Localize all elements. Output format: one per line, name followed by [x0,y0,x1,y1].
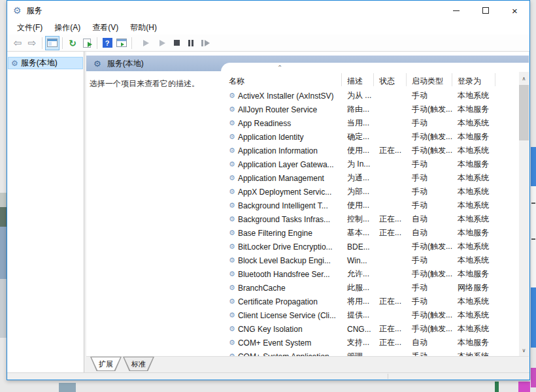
table-row[interactable]: ⚙Application Information 使用... 正在... 手动(… [221,144,519,157]
console-tree-pane: ⚙ 服务(本地) [7,52,84,372]
table-row[interactable]: ⚙COM+ System Application 管理... 手动 本地系统 [221,350,519,356]
export-list-button[interactable] [80,36,94,50]
table-row[interactable]: ⚙AppX Deployment Servic... 为部... 手动 本地系统 [221,185,519,199]
service-name: App Readiness [238,119,291,128]
window-title: 服务 [27,5,441,16]
service-name: Bluetooth Handsfree Ser... [238,270,330,279]
table-row[interactable]: ⚙BranchCache 此服... 手动 网络服务 [221,281,519,295]
forward-arrow-icon: ⇨ [28,38,37,48]
table-row[interactable]: ⚙Bluetooth Handsfree Ser... 允许... 手动(触发.… [221,267,519,281]
help-button[interactable]: ? [100,36,114,50]
service-logon-as: 本地服务 [452,269,495,280]
service-startup-type: 手动(触发... [407,145,452,156]
service-description: 提供... [342,310,374,321]
table-row[interactable]: ⚙Background Intelligent T... 使用... 手动 本地… [221,199,519,212]
column-header-logon-as[interactable]: 登录为 [452,63,495,89]
minimize-button[interactable] [441,1,471,20]
table-row[interactable]: ⚙Background Tasks Infras... 控制... 正在... … [221,212,519,226]
table-row[interactable]: ⚙ActiveX Installer (AxInstSV) 为从 ... 手动 … [221,89,519,103]
tree-item-services-local[interactable]: ⚙ 服务(本地) [8,57,83,69]
service-logon-as: 本地系统 [452,255,495,266]
services-gear-icon: ⚙ [93,59,101,68]
back-button[interactable]: ⇦ [10,36,25,50]
service-description: 为从 ... [342,90,374,101]
column-header-startup-type[interactable]: 启动类型 [407,63,452,89]
service-name: Application Layer Gatewa... [238,160,334,169]
menu-file[interactable]: 文件(F) [11,20,48,35]
table-row[interactable]: ⚙CNG Key Isolation CNG... 正在... 手动(触发...… [221,322,519,336]
menu-help[interactable]: 帮助(H) [124,20,163,35]
service-startup-type: 手动(触发... [407,131,452,142]
service-status: 正在... [374,145,407,156]
table-row[interactable]: ⚙COM+ Event System 支持... 正在... 自动 本地服务 [221,336,519,350]
service-gear-icon: ⚙ [229,229,235,237]
pause-service-button[interactable] [184,36,198,50]
table-row[interactable]: ⚙AllJoyn Router Service 路由... 手动(触发... 本… [221,103,519,116]
service-name: Client License Service (Cli... [238,311,336,320]
service-description: 当用... [342,118,374,129]
start-service-button[interactable] [139,36,153,50]
service-gear-icon: ⚙ [229,120,235,127]
forward-button[interactable]: ⇨ [25,36,39,50]
table-row[interactable]: ⚙BitLocker Drive Encryptio... BDE... 手动(… [221,240,519,253]
status-bar-divider [388,374,388,379]
column-header-status[interactable]: 状态 [374,63,407,89]
restart-service-button[interactable] [198,36,212,50]
scroll-up-icon[interactable]: ∧ [519,73,529,84]
service-name: Application Identity [238,133,304,142]
title-bar[interactable]: ⚙ 服务 × [7,1,529,20]
background-fragment [531,287,536,348]
scroll-down-icon[interactable]: ∨ [519,345,529,355]
table-row[interactable]: ⚙Application Identity 确定... 手动(触发... 本地服… [221,130,519,144]
service-gear-icon: ⚙ [229,161,235,168]
vertical-scrollbar[interactable]: ∧ ∨ [519,72,529,356]
maximize-button[interactable] [471,1,500,20]
service-startup-type: 手动(触发... [407,104,452,115]
desktop-background: ⚙ 服务 × 文件(F) 操作(A) 查看(V) 帮助(H) ⇦ ⇨ ↻ [0,0,536,392]
play-icon [159,40,165,46]
tab-extended[interactable]: 扩展 [90,357,122,371]
show-action-pane-button[interactable] [114,36,129,50]
service-name: AllJoyn Router Service [238,105,317,114]
service-description: CNG... [342,325,374,334]
table-row[interactable]: ⚙Block Level Backup Engi... Win... 手动 本地… [221,253,519,267]
menu-view[interactable]: 查看(V) [86,20,124,35]
column-header-name[interactable]: 名称 ˆ [221,63,342,89]
service-logon-as: 本地系统 [452,200,495,211]
column-header-description[interactable]: 描述 [342,63,374,89]
stop-service-button[interactable] [169,36,184,50]
table-row[interactable]: ⚙App Readiness 当用... 手动 本地系统 [221,116,519,130]
toolbar-separator [97,37,97,49]
menu-action[interactable]: 操作(A) [48,20,86,35]
table-row[interactable]: ⚙Application Management 为通... 手动 本地系统 [221,171,519,185]
service-logon-as: 本地服务 [452,131,495,142]
service-startup-type: 手动 [407,351,452,356]
close-button[interactable]: × [500,1,529,20]
service-status: 正在... [374,323,407,335]
service-logon-as: 本地系统 [452,296,495,307]
service-startup-type: 手动 [407,200,452,211]
service-gear-icon: ⚙ [229,188,235,195]
toolbar-separator [62,37,63,49]
service-name: Background Tasks Infras... [238,215,330,224]
service-name: Block Level Backup Engi... [238,256,331,265]
service-status: 正在... [374,296,407,307]
service-description: 此服... [342,282,374,293]
table-row[interactable]: ⚙Certificate Propagation 将用... 正在... 手动 … [221,295,519,308]
console-tree-icon [47,39,58,47]
table-row[interactable]: ⚙Client License Service (Cli... 提供... 手动… [221,308,519,322]
tab-standard[interactable]: 标准 [123,357,154,371]
services-gear-icon: ⚙ [11,59,18,67]
resume-service-button[interactable] [155,36,169,50]
refresh-button[interactable]: ↻ [65,36,80,50]
service-logon-as: 网络服务 [452,282,495,293]
scrollbar-thumb[interactable] [519,85,529,140]
service-logon-as: 本地系统 [452,186,495,197]
service-name: Base Filtering Engine [238,229,312,238]
service-name: AppX Deployment Servic... [238,188,331,197]
show-console-tree-button[interactable] [45,36,59,50]
table-row[interactable]: ⚙Base Filtering Engine 基本... 正在... 自动 本地… [221,226,519,240]
table-row[interactable]: ⚙Application Layer Gatewa... 为 In... 手动 … [221,157,519,171]
service-logon-as: 本地系统 [452,351,495,356]
service-startup-type: 手动 [407,282,452,293]
